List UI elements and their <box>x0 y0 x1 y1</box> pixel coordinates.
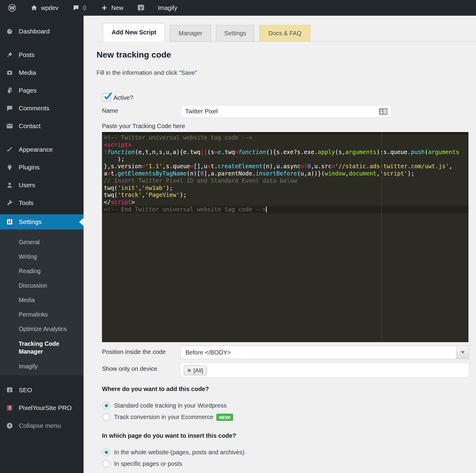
admin-bar: W wpdev 0 New y Imagify <box>0 0 476 16</box>
code-line: </script> <box>102 199 468 206</box>
radio-label: Track conversion in your Ecommerce <box>114 414 213 421</box>
sidebar-item-pixelyoursite-pro[interactable]: fPixelYourSite PRO <box>0 399 84 417</box>
sidebar-item-label: Settings <box>19 218 42 225</box>
plus-icon <box>101 4 108 11</box>
chevron-down-icon <box>461 351 465 354</box>
pixelyoursite-icon: f <box>6 404 13 412</box>
sidebar-subitem-tracking-code-manager[interactable]: Tracking Code Manager <box>0 336 84 359</box>
radio-selected[interactable] <box>103 449 110 456</box>
wordpress-admin-page: W wpdev 0 New y Imagify <box>0 0 476 473</box>
sidebar-subitem-reading[interactable]: Reading <box>0 264 84 278</box>
sidebar-item-plugins[interactable]: Plugins <box>0 158 84 176</box>
radio-label: In the whole website (pages, posts and a… <box>114 449 244 456</box>
imagify-menu[interactable]: Imagify <box>153 0 182 16</box>
pages-icon <box>6 87 13 94</box>
name-label: Name <box>102 107 118 115</box>
new-content-menu[interactable]: New <box>96 0 128 16</box>
name-input[interactable] <box>181 105 391 118</box>
radio-unselected[interactable] <box>103 413 110 421</box>
sidebar-subitem-label: Tracking Code Manager <box>19 340 67 355</box>
sidebar-item-comments[interactable]: Comments <box>0 99 84 117</box>
yoast-menu[interactable]: y <box>132 0 150 16</box>
sidebar-subitem-label: Writing <box>19 253 37 260</box>
sidebar-item-tools[interactable]: Tools <box>0 194 84 212</box>
yoast-icon: y <box>6 386 13 394</box>
tracking-type-option-track-conversion-in-your-ecommerce[interactable]: Track conversion in your EcommerceNEW! <box>103 413 233 421</box>
device-multiselect[interactable]: ✖ [All] <box>180 363 469 377</box>
sidebar-item-label: Plugins <box>19 164 40 171</box>
radio-selected[interactable] <box>103 402 110 409</box>
sidebar-item-label: Tools <box>19 199 33 207</box>
sidebar-item-media[interactable]: Media <box>0 64 84 81</box>
code-line: },s.version='1.1',s.queue=[],u=t.createE… <box>102 163 468 170</box>
sidebar-item-seo[interactable]: ySEO <box>0 381 84 399</box>
comment-bubble-icon <box>72 4 80 11</box>
sidebar-item-label: Appearance <box>19 146 53 153</box>
sidebar-item-appearance[interactable]: Appearance <box>0 140 84 158</box>
camera-icon <box>6 69 13 76</box>
select-dropdown-button[interactable] <box>456 346 469 359</box>
sidebar-subitem-writing[interactable]: Writing <box>0 249 84 264</box>
sidebar-subitem-discussion[interactable]: Discussion <box>0 278 84 293</box>
comments-menu[interactable]: 0 <box>68 0 91 16</box>
tracking-code-editor[interactable]: <!-- Twitter universal website tag code … <box>102 132 468 342</box>
sidebar-subitem-media[interactable]: Media <box>0 293 84 307</box>
sidebar-item-settings[interactable]: Settings <box>0 214 84 229</box>
tab-settings[interactable]: Settings <box>216 25 254 41</box>
editor-top-strip <box>102 132 468 134</box>
brush-icon <box>6 146 13 153</box>
name-field-wrap <box>181 105 391 118</box>
sidebar-item-collapse-menu[interactable]: Collapse menu <box>0 417 84 434</box>
sidebar-item-contact[interactable]: Contact <box>0 117 84 135</box>
page-title: New tracking code <box>97 50 171 60</box>
sidebar-subitem-label: General <box>19 238 40 246</box>
svg-text:W: W <box>9 5 14 11</box>
sidebar-item-dashboard[interactable]: Dashboard <box>0 22 84 40</box>
device-label: Show only on device <box>102 365 157 373</box>
dashboard-icon <box>6 28 13 35</box>
tab-bar: Add New ScriptManagerSettingsDocs & FAQ <box>97 24 476 42</box>
sidebar-item-label: Collapse menu <box>19 422 61 429</box>
tab-manager[interactable]: Manager <box>170 25 211 41</box>
sidebar: DashboardPostsMediaPagesCommentsContactA… <box>0 16 84 473</box>
sidebar-item-label: Posts <box>19 51 35 58</box>
active-label: Active? <box>113 94 133 102</box>
sidebar-subitem-imagify[interactable]: Imagify <box>0 359 84 374</box>
active-checkbox[interactable] <box>103 93 110 101</box>
radio-label: Standard code tracking in your Wordpress <box>114 402 227 409</box>
sidebar-item-label: Pages <box>19 87 37 94</box>
sidebar-subitem-optimize-analytics[interactable]: Optimize Analytics <box>0 322 84 336</box>
envelope-icon <box>6 122 13 130</box>
site-name: wpdev <box>41 5 59 11</box>
svg-text:f: f <box>9 405 11 410</box>
insert-page-option-in-specific-pages-or-posts[interactable]: In specific pages or posts <box>103 460 182 468</box>
sidebar-subitem-permalinks[interactable]: Permalinks <box>0 307 84 322</box>
page-subtitle: Fill in the information and click "Save" <box>97 69 197 76</box>
sidebar-subitem-label: Optimize Analytics <box>19 325 67 333</box>
code-line: twq('track','PageView'); <box>102 191 468 199</box>
sidebar-item-label: Contact <box>19 122 40 130</box>
yoast-icon: y <box>137 4 145 12</box>
question-page-title: In which page do you want to insert this… <box>102 432 236 439</box>
sidebar-item-posts[interactable]: Posts <box>0 46 84 64</box>
remove-chip-icon[interactable]: ✖ <box>187 368 191 373</box>
sidebar-item-label: Users <box>19 181 35 189</box>
tab-add-new-script[interactable]: Add New Script <box>103 23 165 42</box>
tracking-type-option-standard-code-tracking-in-your-wordpress[interactable]: Standard code tracking in your Wordpress <box>103 402 227 409</box>
radio-label: In specific pages or posts <box>114 460 182 467</box>
question-where-title: Where do you want to add this code? <box>102 386 209 393</box>
sidebar-item-pages[interactable]: Pages <box>0 81 84 99</box>
sidebar-subitem-general[interactable]: General <box>0 235 84 249</box>
site-name-menu[interactable]: wpdev <box>26 0 63 16</box>
current-menu-arrow <box>79 218 84 226</box>
radio-unselected[interactable] <box>103 460 110 468</box>
insert-page-option-in-the-whole-website-pages-posts-and-arc[interactable]: In the whole website (pages, posts and a… <box>103 449 244 456</box>
plug-icon <box>6 164 13 171</box>
contact-card-icon[interactable] <box>379 108 388 115</box>
new-label: New <box>111 5 123 11</box>
wp-logo-menu[interactable]: W <box>3 0 21 16</box>
code-line: !function(e,t,n,s,u,a){e.twq||(s=e.twq=f… <box>102 149 468 156</box>
position-select[interactable]: Before </BODY> <box>180 346 469 359</box>
sidebar-item-users[interactable]: Users <box>0 176 84 194</box>
tab-docs-faq[interactable]: Docs & FAQ <box>259 25 310 41</box>
